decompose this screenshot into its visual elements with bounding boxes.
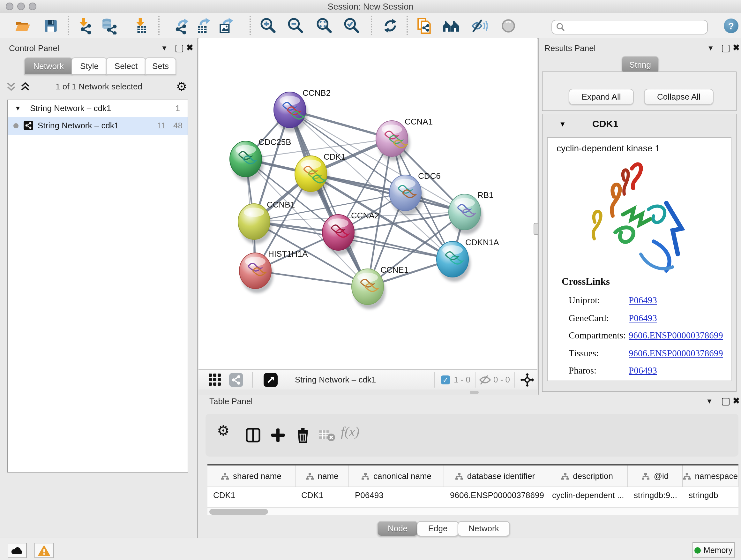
- open-in-new-window-icon[interactable]: [264, 373, 278, 387]
- network-graph[interactable]: CCNB2CCNA1CDC25BCDK1CDC6RB1CCNB1CCNA2CDK…: [199, 38, 537, 369]
- node-CDKN1A[interactable]: CDKN1A: [436, 238, 499, 282]
- edge-CCNB2-CCNE1[interactable]: [290, 110, 367, 287]
- zoom-fit-icon[interactable]: [315, 17, 333, 35]
- table-cell[interactable]: cyclin-dependent ...: [546, 487, 628, 504]
- panel-menu-icon[interactable]: ▼: [707, 44, 714, 52]
- column-header-id[interactable]: @id: [628, 465, 683, 487]
- node-HIST1H1A[interactable]: HIST1H1A: [239, 249, 308, 293]
- zoom-selected-icon[interactable]: [343, 17, 360, 35]
- search-input[interactable]: [567, 21, 704, 33]
- panel-close-icon[interactable]: ✖: [733, 43, 740, 52]
- import-database-icon[interactable]: [101, 17, 118, 35]
- tab-string[interactable]: String: [622, 56, 659, 73]
- add-column-icon[interactable]: [270, 427, 286, 443]
- expand-all-button[interactable]: Expand All: [569, 89, 634, 105]
- table-cell[interactable]: P06493: [349, 487, 444, 504]
- tab-select[interactable]: Select: [106, 57, 146, 75]
- warning-button[interactable]: [35, 543, 54, 558]
- node-count: 11: [157, 117, 166, 135]
- toolbar-separator: [434, 372, 434, 388]
- tab-network-table[interactable]: Network Table: [458, 521, 510, 537]
- delete-column-icon[interactable]: [295, 427, 311, 443]
- crosslink-link[interactable]: 9606.ENSP00000378699: [629, 330, 723, 341]
- table-cell[interactable]: stringdb:9...: [628, 487, 683, 504]
- column-header-canonicalname[interactable]: canonical name: [349, 465, 444, 487]
- node-CCNB2[interactable]: CCNB2: [274, 88, 331, 132]
- horizontal-scrollbar[interactable]: [207, 507, 738, 515]
- gear-icon[interactable]: ⚙: [176, 79, 187, 93]
- panel-close-icon[interactable]: ✖: [186, 43, 193, 52]
- toggle-visibility-icon[interactable]: [470, 17, 488, 35]
- export-table-icon[interactable]: [195, 17, 212, 35]
- selected-checkbox-icon[interactable]: ✓: [441, 375, 450, 384]
- horizontal-splitter[interactable]: [199, 389, 537, 395]
- table-settings-gear-icon[interactable]: ⚙: [217, 423, 229, 439]
- copy-documents-icon[interactable]: [416, 17, 433, 35]
- warning-icon: [38, 545, 51, 556]
- export-image-icon[interactable]: [218, 17, 235, 35]
- node-CCNA1[interactable]: CCNA1: [376, 117, 433, 161]
- cloud-button[interactable]: [8, 543, 27, 558]
- import-network-icon[interactable]: [77, 17, 94, 35]
- zoom-in-icon[interactable]: [259, 17, 276, 35]
- table-cell[interactable]: 9606.ENSP00000378699: [444, 487, 546, 504]
- column-header-description[interactable]: description: [546, 465, 628, 487]
- panel-divider[interactable]: [197, 38, 198, 538]
- panel-float-icon[interactable]: [722, 398, 730, 406]
- open-session-icon[interactable]: [14, 17, 31, 35]
- network-tree: ▼ String Network – cdk1 1 String Network…: [7, 100, 188, 473]
- memory-button[interactable]: Memory: [692, 542, 735, 558]
- table-cell[interactable]: stringdb: [683, 487, 738, 504]
- export-network-icon[interactable]: [174, 17, 191, 35]
- refresh-icon[interactable]: [382, 17, 399, 35]
- panel-float-icon[interactable]: [176, 45, 183, 52]
- panel-menu-icon[interactable]: ▼: [706, 397, 713, 405]
- tab-node-table[interactable]: Node Table: [377, 521, 418, 537]
- status-bar: Memory: [0, 538, 741, 560]
- tab-network[interactable]: Network: [24, 57, 73, 75]
- scrollbar-thumb[interactable]: [209, 509, 268, 515]
- table-cell[interactable]: CDK1: [295, 487, 349, 504]
- edge-count: 48: [173, 117, 183, 135]
- expand-all-icon[interactable]: [20, 82, 30, 92]
- node-RB1[interactable]: RB1: [449, 190, 494, 234]
- collapse-all-icon[interactable]: [6, 82, 16, 92]
- crosslink-link[interactable]: P06493: [629, 365, 657, 376]
- grid-view-icon[interactable]: [209, 374, 222, 387]
- homes-icon[interactable]: [442, 17, 459, 35]
- tree-expander-icon[interactable]: ▼: [15, 100, 21, 117]
- column-header-databaseidentifier[interactable]: database identifier: [444, 465, 546, 487]
- tab-sets[interactable]: Sets: [145, 57, 176, 75]
- fit-content-crosshair-icon[interactable]: [520, 373, 534, 387]
- crosslink-link[interactable]: 9606.ENSP00000378699: [629, 348, 723, 359]
- panel-menu-icon[interactable]: ▼: [161, 44, 168, 52]
- column-header-name[interactable]: name: [295, 465, 349, 487]
- preview-eye-icon[interactable]: [500, 17, 517, 35]
- tab-edge-table[interactable]: Edge Table: [417, 521, 459, 537]
- section-collapse-icon[interactable]: ▼: [559, 120, 566, 128]
- crosslink-link[interactable]: P06493: [629, 313, 657, 323]
- help-icon[interactable]: ?: [724, 18, 738, 33]
- tab-style[interactable]: Style: [71, 57, 107, 75]
- crosslink-link[interactable]: P06493: [629, 295, 657, 306]
- table-cell[interactable]: CDK1: [207, 487, 295, 504]
- share-view-icon[interactable]: [229, 373, 243, 387]
- import-table-icon[interactable]: [133, 17, 150, 35]
- collapse-all-button[interactable]: Collapse All: [644, 89, 714, 105]
- network-tree-group-row[interactable]: ▼ String Network – cdk1 1: [8, 100, 188, 117]
- results-actions-box: Expand All Collapse All: [542, 71, 737, 111]
- column-header-namespace[interactable]: namespace: [683, 465, 738, 487]
- node-CCNE1[interactable]: CCNE1: [352, 265, 408, 309]
- memory-label: Memory: [704, 546, 732, 555]
- show-columns-icon[interactable]: [245, 427, 261, 443]
- save-session-icon[interactable]: [42, 17, 59, 35]
- zoom-out-icon[interactable]: [286, 17, 304, 35]
- network-tree-item-row[interactable]: String Network – cdk1 11 48: [8, 117, 188, 135]
- panel-divider[interactable]: [538, 38, 539, 395]
- node-CCNB1[interactable]: CCNB1: [238, 200, 295, 244]
- network-canvas[interactable]: CCNB2CCNA1CDC25BCDK1CDC6RB1CCNB1CCNA2CDK…: [199, 38, 537, 369]
- panel-close-icon[interactable]: ✖: [733, 396, 740, 406]
- column-header-sharedname[interactable]: shared name: [207, 465, 295, 487]
- node-CCNA2[interactable]: CCNA2: [322, 211, 379, 255]
- panel-float-icon[interactable]: [722, 45, 730, 52]
